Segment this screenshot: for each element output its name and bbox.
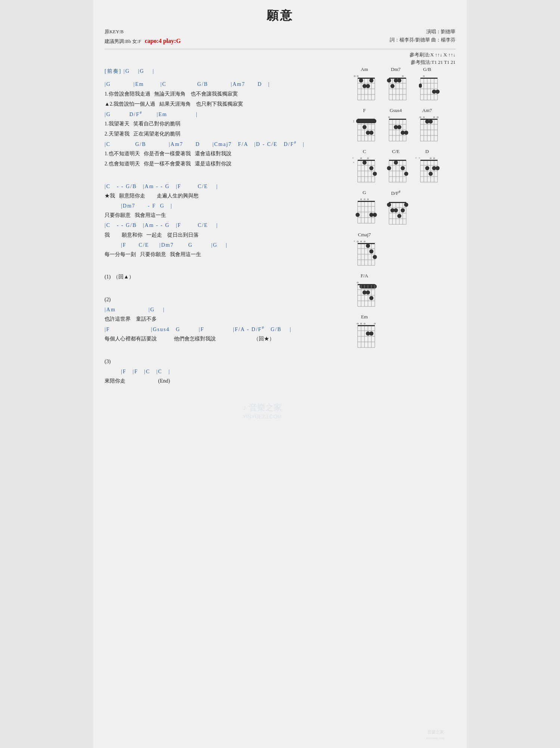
suggest-label: 建議男調:Bb 女:F (105, 38, 141, 44)
svg-point-177 (387, 203, 391, 207)
svg-rect-115 (389, 160, 406, 161)
svg-rect-45 (419, 84, 422, 88)
lyric-c3: 我 願意和你 一起走 從日出到日落 (105, 230, 347, 240)
chord-F-name: F (363, 107, 365, 113)
lyric-v1-5: 1.也不知道明天 你是否會一樣愛著我 還會這樣對我說 (105, 149, 347, 158)
svg-text:音樂之家: 音樂之家 (427, 730, 444, 734)
chord-C-diagram: o o × (351, 155, 378, 184)
chord-DFsharp-diagram (382, 197, 409, 227)
chord-D-name: D (425, 149, 429, 155)
ref-strum-row: 參考刷法:X ↑↑↓ X ↑↑↓ (105, 52, 455, 58)
svg-point-146 (429, 172, 433, 176)
svg-point-199 (369, 249, 373, 253)
chord-diagrams-panel: Am o (351, 66, 455, 389)
chord-G-name: G (363, 190, 366, 196)
chord-row-1: Am o (351, 66, 455, 102)
svg-text:o: o (420, 115, 421, 119)
svg-text:×: × (415, 156, 417, 160)
chord-c1: |C - - G/B |Am - - G |F C/E | (105, 182, 347, 191)
lyric-v1-6: 2.也會知道明天 你是一樣不會愛著我 還是這樣對你說 (105, 159, 347, 168)
chord-row-2: F (351, 107, 455, 143)
lyric-p2-1: 也許這世界 童話不多 (105, 314, 347, 324)
svg-point-128 (401, 166, 405, 170)
chord-CE-name: C/E (392, 149, 399, 155)
svg-point-182 (404, 203, 408, 207)
chord-Cmaj7-name: Cmaj7 (358, 232, 371, 238)
svg-text:♪ 音樂之家: ♪ 音樂之家 (243, 403, 282, 412)
svg-point-29 (391, 84, 395, 88)
chord-DFsharp-name: D/F# (391, 190, 400, 196)
svg-point-12 (359, 78, 363, 82)
lyric-p2-label: (2) (105, 295, 347, 304)
prelude-label: [前奏] |G |G | (105, 68, 154, 74)
chord-Em-name: Em (361, 314, 368, 320)
chord-FA-diagram: o (351, 280, 378, 309)
svg-point-96 (429, 119, 433, 124)
lyric-v1-2: ▲2.我曾說怕一個人過 結果天涯海角 也只剩下我孤獨寂寞 (105, 99, 347, 109)
chord-Am-name: Am (361, 66, 368, 72)
center-watermark: ♪ 音樂之家 YINYUEZJ.COM (239, 399, 321, 424)
lyric-p3-1: 來陪你走 (End) (105, 376, 347, 386)
svg-point-181 (401, 208, 405, 212)
chord-v1-2: |G D/F# |Em | (105, 109, 347, 119)
chord-row-6: F/A o (351, 273, 455, 309)
svg-point-113 (373, 172, 377, 176)
svg-point-79 (404, 131, 408, 135)
ref-finger-row: 參考指法:T1 21 T1 21 (105, 59, 455, 66)
chord-p3-1: |F |F |C |C | (105, 367, 347, 376)
svg-text:o: o (364, 321, 365, 325)
svg-text:o: o (357, 239, 359, 243)
svg-rect-100 (358, 160, 375, 161)
chord-CE-diagram (382, 155, 409, 184)
chord-Gsus4: Gsus4 o (382, 107, 409, 143)
chord-p2-2: |F |Gsus4 G |F |F/A - D/F# G/B | (105, 324, 347, 334)
svg-point-112 (369, 166, 373, 170)
svg-rect-187 (358, 243, 375, 244)
svg-rect-166 (389, 202, 406, 203)
svg-point-129 (404, 172, 408, 176)
chord-row-5: Cmaj7 o o o × (351, 232, 455, 268)
lyric-c2: 只要你願意 我會用這一生 (105, 211, 347, 220)
chord-c4: |F C/E |Dm7 G |G | (105, 240, 347, 250)
lyric-p1: (1) （回▲） (105, 272, 347, 281)
svg-text:1: 1 (353, 119, 355, 123)
chord-c3: |C - - G/B |Am - - G |F C/E | (105, 221, 347, 230)
chord-Cmaj7: Cmaj7 o o o × (351, 232, 378, 268)
song-title: 願意 (105, 7, 455, 24)
chord-C: C o o × (351, 149, 378, 184)
svg-point-165 (373, 213, 377, 217)
chord-Am: Am o (351, 66, 378, 102)
svg-text:o: o (360, 156, 362, 160)
section-part3: (3) |F |F |C |C | 來陪你走 (End) (105, 347, 347, 386)
chord-D-diagram: o o × × (414, 155, 441, 184)
chord-CE: C/E (382, 149, 409, 184)
capo-info: capo:4 play:G (145, 38, 181, 44)
lyric-c4: 每一分每一刻 只要你願意 我會用這一生 (105, 250, 347, 259)
chord-DFsharp: D/F# (382, 190, 409, 226)
chord-p2-1: |Am |G | (105, 305, 347, 314)
svg-rect-34 (420, 78, 438, 79)
svg-text:×: × (354, 240, 355, 243)
svg-text:YINYUEZJ.COM: YINYUEZJ.COM (243, 414, 281, 420)
svg-point-180 (397, 214, 401, 218)
chord-G: G o o o (351, 190, 378, 226)
svg-rect-17 (389, 78, 406, 79)
chord-Cmaj7-diagram: o o o × (351, 239, 378, 268)
chord-Gsus4-name: Gsus4 (390, 107, 402, 113)
lyric-v1-3: 1.我望著天 笑看自己對你的脆弱 (105, 119, 347, 128)
ref-strum: 參考刷法:X ↑↑↓ X ↑↑↓ (410, 52, 455, 58)
chord-Em: Em o o o o (351, 314, 378, 350)
svg-text:yinyuezj.com: yinyuezj.com (426, 736, 445, 740)
svg-point-233 (369, 331, 373, 336)
chord-Am7-diagram: o o o o (414, 114, 441, 143)
chord-Am-diagram: o (351, 73, 378, 102)
svg-rect-65 (389, 119, 406, 120)
section-prelude: [前奏] |G |G | (105, 66, 347, 76)
lyric-c1: ★我 願意陪你走 走遍人生的興與愁 (105, 191, 347, 200)
svg-text:o: o (360, 239, 362, 243)
svg-point-145 (425, 166, 429, 170)
svg-point-47 (436, 90, 440, 94)
singer-info: 演唱：劉德華 (390, 28, 455, 36)
page: 願意 原KEY:B 建議男調:Bb 女:F capo:4 play:G 演唱：劉… (93, 0, 467, 748)
lyric-p3-label: (3) (105, 357, 347, 366)
